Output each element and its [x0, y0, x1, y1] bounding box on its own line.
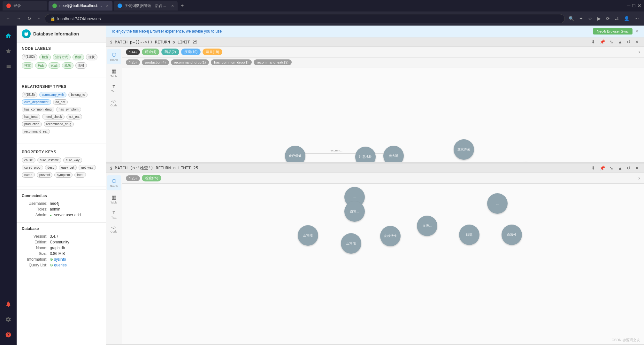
query-download-1[interactable]: ⬇: [590, 39, 596, 45]
tab3-close[interactable]: ✕: [171, 4, 174, 8]
back-button[interactable]: ←: [4, 15, 12, 22]
tool-table-2[interactable]: ▦ Table: [107, 192, 121, 207]
prop-cure-last[interactable]: cure_lasttime: [37, 157, 61, 163]
badge-rec-eat[interactable]: recommand_eat(19): [254, 59, 292, 65]
home-button[interactable]: ⌂: [36, 15, 42, 22]
rel-treat[interactable]: has_treat: [22, 114, 40, 119]
reload-button[interactable]: ↻: [26, 15, 33, 22]
query-reset-1[interactable]: ↺: [625, 39, 632, 45]
graph-canvas-1[interactable]: recomm... recomm... recomm... recomm... …: [122, 67, 644, 176]
prop-desc[interactable]: desc: [45, 165, 57, 170]
tag-food[interactable]: 食材: [75, 62, 87, 69]
tool-graph-2[interactable]: ⬡ Graph: [107, 175, 121, 190]
maximize-button[interactable]: □: [632, 3, 635, 9]
expand-arrow-2[interactable]: ›: [638, 175, 640, 181]
prop-get-way[interactable]: get_way: [79, 165, 96, 170]
query-pin-2[interactable]: 📌: [598, 165, 606, 171]
node2-正常结[interactable]: 正常结: [298, 225, 318, 246]
rel-all[interactable]: *(1515): [22, 92, 37, 97]
tool-table-1[interactable]: ▦ Table: [107, 65, 121, 80]
tool-graph-1[interactable]: ⬡ Graph: [107, 49, 121, 64]
badge-disease-19[interactable]: 疾病(19): [181, 49, 201, 55]
tab-neo4j[interactable]: neo4j@bolt://localhost:7687 - N... ✕: [49, 1, 112, 11]
search-icon[interactable]: 🔍: [567, 15, 575, 22]
query-reset-2[interactable]: ↺: [625, 165, 632, 171]
minimize-button[interactable]: ─: [627, 3, 630, 9]
rel-rec-drug[interactable]: recommand_drug: [44, 121, 74, 127]
node2-血常[interactable]: 血常...: [344, 201, 365, 222]
nav-help[interactable]: [2, 328, 15, 341]
expand-arrow-1[interactable]: ›: [638, 49, 640, 55]
reader-icon[interactable]: ✦: [578, 15, 584, 22]
tool-code-2[interactable]: </> Code: [107, 223, 121, 236]
rel-cure-dept[interactable]: cure_department: [22, 99, 51, 105]
tag-symptom[interactable]: 症状: [86, 54, 97, 60]
refresh-icon[interactable]: ⟳: [605, 15, 611, 22]
rel-do-eat[interactable]: do_eat: [53, 99, 68, 105]
prop-easy-get[interactable]: easy_get: [59, 165, 77, 170]
notification-close[interactable]: ✕: [635, 29, 639, 34]
query-close-2[interactable]: ✕: [634, 165, 640, 171]
query-up-1[interactable]: ▲: [617, 39, 624, 45]
badge-production[interactable]: production(4): [142, 59, 169, 65]
star-icon[interactable]: ☆: [587, 15, 594, 22]
badge-vegfruit-19[interactable]: 蔬果(19): [203, 49, 222, 55]
nav-settings[interactable]: [2, 313, 15, 326]
node-放汉洋葱[interactable]: 放汉洋葱: [454, 139, 474, 160]
node2-血液性[interactable]: 血液性: [502, 225, 522, 245]
querylist-value[interactable]: queries: [50, 263, 67, 267]
rel-symptom[interactable]: has_symptom: [56, 107, 81, 112]
nav-star[interactable]: [2, 45, 15, 57]
tag-drug[interactable]: 药品: [49, 62, 60, 69]
badge-all-44[interactable]: *(44): [126, 49, 140, 55]
sync-button[interactable]: Neo4j Browser Sync: [593, 28, 632, 34]
graph-canvas-2[interactable]: ... 血常... 正常结 正常性 皮状活性 血液... 腺部 血液性 ...: [122, 184, 644, 344]
tag-pharma[interactable]: 药企: [35, 62, 47, 69]
tab2-close[interactable]: ✕: [106, 4, 109, 8]
media-icon[interactable]: ▶: [596, 15, 602, 22]
rel-belong[interactable]: belong_to: [68, 92, 88, 97]
node2-正常性[interactable]: 正常性: [341, 233, 361, 254]
close-window-button[interactable]: ✕: [637, 3, 641, 9]
information-value[interactable]: sysinfo: [50, 257, 66, 262]
tab-login[interactable]: 登录: [3, 1, 47, 11]
forward-button[interactable]: →: [15, 15, 23, 22]
badge-pharma-4[interactable]: 药企(4): [142, 49, 159, 55]
prop-name[interactable]: name: [22, 172, 35, 178]
prop-cured-prob[interactable]: cured_prob: [22, 165, 43, 170]
rel-production[interactable]: production: [22, 121, 42, 127]
tag-all-nodes[interactable]: *(1102): [22, 54, 37, 60]
nav-alert[interactable]: [2, 298, 15, 310]
prop-prevent[interactable]: prevent: [37, 172, 52, 178]
node2-皮状活性[interactable]: 皮状活性: [380, 226, 401, 246]
prop-cause[interactable]: cause: [22, 157, 35, 163]
badge-drug-2[interactable]: 药品(2): [161, 49, 179, 55]
query-expand-1[interactable]: ⤡: [608, 39, 615, 45]
new-tab-button[interactable]: +: [179, 3, 186, 9]
query-download-2[interactable]: ⬇: [590, 165, 596, 171]
tag-check[interactable]: 检查: [39, 54, 51, 60]
nav-list[interactable]: [2, 60, 15, 73]
node2-腺部[interactable]: 腺部: [459, 225, 479, 245]
badge-rec-drug[interactable]: recommand_drug(1): [171, 59, 209, 65]
sync-icon[interactable]: ⇄: [614, 15, 620, 22]
tool-text-1[interactable]: T Text: [107, 82, 121, 96]
query-up-2[interactable]: ▲: [617, 165, 624, 171]
tag-disease[interactable]: 疾病: [73, 54, 84, 60]
tab-admin[interactable]: 关键词数据管理 - 后台管理系统 ✕: [114, 1, 178, 11]
rel-common-drug[interactable]: has_common_drug: [22, 107, 54, 112]
badge-common-drug[interactable]: has_common_drug(1): [211, 59, 252, 65]
tag-department[interactable]: 科室: [22, 62, 33, 69]
prop-treat[interactable]: treat: [74, 172, 86, 178]
query-expand-2[interactable]: ⤡: [608, 165, 615, 171]
rel-acompany[interactable]: acompany_with: [39, 92, 66, 97]
badge-all-25[interactable]: *(25): [126, 59, 140, 65]
rel-check[interactable]: need_check: [42, 114, 65, 119]
badge2-check-25[interactable]: 检查(25): [142, 175, 162, 181]
rel-rec-eat[interactable]: recommand_eat: [22, 129, 50, 134]
tool-text-2[interactable]: T Text: [107, 208, 121, 222]
query-pin-1[interactable]: 📌: [598, 39, 606, 45]
profile-icon[interactable]: 👤: [623, 15, 631, 22]
badge2-all-25[interactable]: *(25): [126, 175, 140, 181]
node2-top[interactable]: ...: [487, 193, 508, 214]
